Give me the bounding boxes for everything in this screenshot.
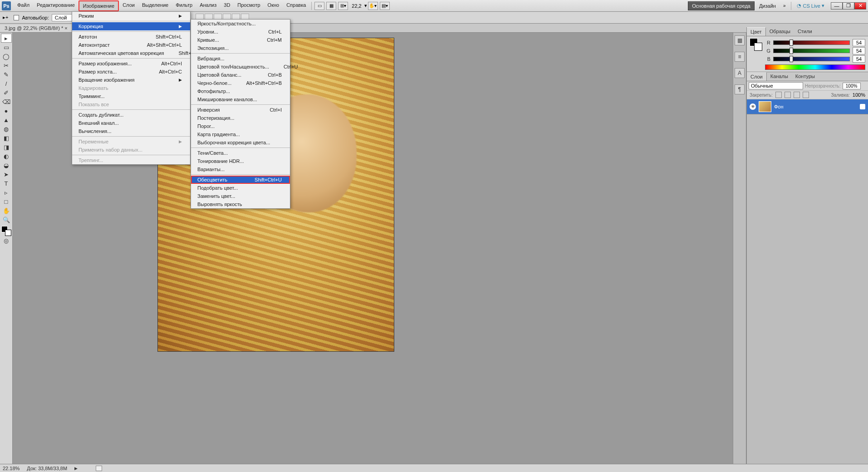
visibility-icon[interactable]: 👁 (750, 103, 756, 110)
menu-item[interactable]: Вращение изображения▶ (72, 76, 190, 84)
tool-19[interactable]: ✋ (1, 206, 12, 215)
layout-icon[interactable]: ▭ (314, 2, 324, 10)
menu-item[interactable]: Яркость/Контрастность... (191, 20, 290, 28)
panel-icon-1[interactable]: ≡ (735, 52, 745, 62)
tool-1[interactable]: ▭ (1, 43, 12, 52)
menu-слои[interactable]: Слои (119, 0, 138, 11)
close-button[interactable]: ✕ (854, 2, 866, 10)
menu-item[interactable]: Фотофильтр... (191, 87, 290, 95)
tab-swatches[interactable]: Образцы (766, 27, 794, 36)
panel-icon-0[interactable]: ▦ (735, 35, 745, 45)
menu-файл[interactable]: Файл (14, 0, 33, 11)
layer-row[interactable]: 👁 Фон (747, 99, 868, 114)
menu-изображение[interactable]: Изображение (78, 0, 119, 11)
menu-item[interactable]: АвтоконтрастAlt+Shift+Ctrl+L (72, 41, 190, 49)
tool-7[interactable]: ⌫ (1, 97, 12, 106)
tool-5[interactable]: / (1, 79, 12, 88)
menu-item[interactable]: Порог... (191, 122, 290, 130)
scroll-left-icon[interactable] (96, 466, 102, 471)
tab-layers[interactable]: Слои (747, 72, 767, 81)
r-value[interactable]: 54 (853, 39, 865, 46)
menu-item[interactable]: Карта градиента... (191, 130, 290, 138)
g-value[interactable]: 54 (853, 47, 865, 54)
menu-item[interactable]: Вычисления... (72, 127, 190, 135)
cs-live-button[interactable]: ◔CS Live▾ (794, 3, 827, 9)
menu-item[interactable]: Размер холста...Alt+Ctrl+C (72, 68, 190, 76)
tool-10[interactable]: ◍ (1, 124, 12, 133)
menu-справка[interactable]: Справка (283, 0, 309, 11)
quickmask-icon[interactable]: ◎ (1, 236, 12, 245)
tool-3[interactable]: ✂ (1, 61, 12, 70)
tool-2[interactable]: ◯ (1, 52, 12, 61)
screenmode-icon[interactable]: ▦ (326, 2, 336, 10)
layer-thumbnail[interactable] (759, 101, 771, 112)
ruler-icon[interactable]: ▤▾ (380, 2, 390, 10)
b-value[interactable]: 54 (853, 55, 865, 63)
close-tab-icon[interactable]: × (64, 25, 67, 31)
tool-18[interactable]: □ (1, 197, 12, 206)
arrange-icon[interactable]: ⊞▾ (338, 2, 348, 10)
menu-фильтр[interactable]: Фильтр (172, 0, 196, 11)
menu-item[interactable]: Коррекция▶ (72, 22, 190, 30)
tool-6[interactable]: ✐ (1, 88, 12, 97)
tool-20[interactable]: 🔍 (1, 215, 12, 224)
menu-item[interactable]: Цветовой баланс...Ctrl+B (191, 71, 290, 79)
tool-13[interactable]: ◐ (1, 152, 12, 161)
document-tab[interactable]: 3.jpg @ 22,2% (RGB/8#) * × (0, 25, 73, 32)
auto-select-checkbox[interactable] (14, 15, 19, 20)
b-slider[interactable] (773, 57, 850, 61)
menu-item[interactable]: АвтотонShift+Ctrl+L (72, 33, 190, 41)
spectrum-bar[interactable] (765, 64, 865, 70)
tab-channels[interactable]: Каналы (767, 72, 792, 81)
fg-bg-swatch[interactable] (1, 226, 11, 236)
lock-pixels-icon[interactable] (785, 92, 791, 98)
tool-4[interactable]: ✎ (1, 70, 12, 79)
menu-item[interactable]: Вибрация... (191, 54, 290, 63)
r-slider[interactable] (773, 40, 850, 45)
lock-all-icon[interactable] (803, 92, 809, 98)
fill-value[interactable]: 100% (853, 92, 865, 98)
tool-11[interactable]: ◧ (1, 133, 12, 143)
tab-paths[interactable]: Контуры (792, 72, 819, 81)
menu-item[interactable]: Выровнять яркость (191, 200, 290, 208)
fg-bg-swatch[interactable] (750, 38, 762, 51)
maximize-button[interactable]: ❐ (843, 2, 854, 10)
panel-icon-2[interactable]: A (735, 68, 745, 78)
tool-16[interactable]: T (1, 179, 12, 188)
menu-item[interactable]: Уровни...Ctrl+L (191, 28, 290, 36)
menu-item[interactable]: ОбесцветитьShift+Ctrl+U (191, 176, 290, 184)
lock-position-icon[interactable] (794, 92, 800, 98)
lock-transparent-icon[interactable] (775, 92, 782, 98)
tab-color[interactable]: Цвет (747, 27, 766, 36)
tool-8[interactable]: ● (1, 106, 12, 115)
menu-item[interactable]: Постеризация... (191, 114, 290, 122)
status-zoom[interactable]: 22.18% (3, 466, 20, 471)
menu-просмотр[interactable]: Просмотр (234, 0, 264, 11)
menu-редактирование[interactable]: Редактирование (33, 0, 78, 11)
menu-item[interactable]: Внешний канал... (72, 119, 190, 127)
menu-item[interactable]: Тонирование HDR... (191, 157, 290, 165)
minimize-button[interactable]: — (831, 2, 843, 10)
workspace-main-button[interactable]: Основная рабочая среда (688, 1, 755, 10)
menu-item[interactable]: Подобрать цвет... (191, 184, 290, 192)
tool-9[interactable]: ▲ (1, 115, 12, 124)
zoom-value[interactable]: 22,2 (349, 3, 364, 9)
auto-select-target[interactable]: Слой (52, 14, 75, 21)
tool-14[interactable]: ◒ (1, 161, 12, 170)
menu-item[interactable]: Черно-белое...Alt+Shift+Ctrl+B (191, 79, 290, 87)
menu-item[interactable]: Экспозиция... (191, 44, 290, 52)
workspace-design-button[interactable]: Дизайн (755, 2, 780, 10)
status-arrow-icon[interactable]: ▶ (74, 466, 78, 471)
menu-item[interactable]: Создать дубликат... (72, 111, 190, 119)
tool-0[interactable]: ▸ (1, 34, 12, 43)
tool-12[interactable]: ◨ (1, 143, 12, 152)
menu-анализ[interactable]: Анализ (196, 0, 220, 11)
menu-окно[interactable]: Окно (264, 0, 283, 11)
menu-item[interactable]: Заменить цвет... (191, 192, 290, 200)
tool-17[interactable]: ▹ (1, 188, 12, 197)
hand-icon[interactable]: ✋▾ (368, 2, 378, 10)
g-slider[interactable] (773, 49, 850, 53)
menu-item[interactable]: ИнверсияCtrl+I (191, 106, 290, 114)
menu-3d[interactable]: 3D (220, 0, 234, 11)
menu-выделение[interactable]: Выделение (138, 0, 172, 11)
